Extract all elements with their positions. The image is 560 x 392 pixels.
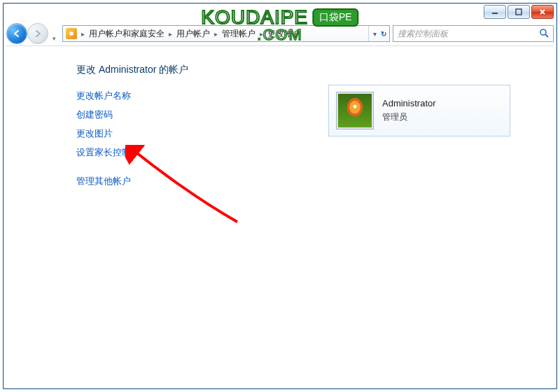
task-change-picture[interactable]: 更改图片 bbox=[76, 128, 258, 140]
toolbar-divider bbox=[6, 46, 554, 46]
task-link-list: 更改帐户名称 创建密码 更改图片 设置家长控制 管理其他帐户 bbox=[76, 90, 258, 188]
avatar-image bbox=[338, 94, 372, 127]
maximize-button[interactable] bbox=[507, 5, 530, 19]
back-button[interactable] bbox=[6, 23, 27, 44]
minimize-button[interactable] bbox=[484, 5, 506, 19]
task-change-name[interactable]: 更改帐户名称 bbox=[76, 90, 258, 102]
address-bar[interactable]: ▸ 用户帐户和家庭安全 ▸ 用户帐户 ▸ 管理帐户 ▸ 更改帐户 ▾ ↻ bbox=[62, 25, 390, 42]
svg-rect-0 bbox=[492, 13, 498, 14]
page-title: 更改 Administrator 的帐户 bbox=[76, 64, 528, 76]
control-panel-icon bbox=[66, 28, 77, 39]
breadcrumb-item[interactable]: 用户帐户和家庭安全 bbox=[89, 28, 164, 40]
account-name: Administrator bbox=[382, 98, 436, 108]
search-icon[interactable] bbox=[539, 28, 549, 40]
task-create-password[interactable]: 创建密码 bbox=[76, 109, 258, 121]
task-manage-other-accounts[interactable]: 管理其他帐户 bbox=[76, 176, 258, 188]
svg-point-2 bbox=[69, 31, 74, 36]
breadcrumb-sep-icon: ▸ bbox=[214, 30, 218, 38]
nav-bar: ▾ ▸ 用户帐户和家庭安全 ▸ 用户帐户 ▸ 管理帐户 ▸ 更改帐户 ▾ ↻ 搜… bbox=[6, 23, 554, 44]
svg-point-3 bbox=[540, 29, 546, 35]
content-area: 更改 Administrator 的帐户 更改帐户名称 创建密码 更改图片 设置… bbox=[6, 47, 554, 386]
svg-rect-1 bbox=[516, 9, 522, 15]
search-placeholder: 搜索控制面板 bbox=[398, 28, 448, 40]
breadcrumb-sep-icon: ▸ bbox=[81, 30, 85, 38]
breadcrumb-item[interactable]: 用户帐户 bbox=[176, 28, 210, 40]
window-frame: ▾ ▸ 用户帐户和家庭安全 ▸ 用户帐户 ▸ 管理帐户 ▸ 更改帐户 ▾ ↻ 搜… bbox=[3, 3, 557, 389]
forward-button[interactable] bbox=[27, 23, 48, 44]
account-role: 管理员 bbox=[382, 111, 436, 123]
nav-history-dropdown[interactable]: ▾ bbox=[48, 23, 59, 44]
account-card[interactable]: Administrator 管理员 bbox=[328, 85, 510, 136]
svg-line-4 bbox=[545, 34, 548, 37]
search-input[interactable]: 搜索控制面板 bbox=[393, 25, 554, 42]
window-controls bbox=[484, 5, 554, 19]
breadcrumb-item[interactable]: 管理帐户 bbox=[222, 28, 255, 40]
address-dropdown-icon[interactable]: ▾ bbox=[373, 30, 377, 38]
breadcrumb-item[interactable]: 更改帐户 bbox=[267, 28, 301, 40]
close-button[interactable] bbox=[531, 5, 554, 19]
breadcrumb-sep-icon: ▸ bbox=[260, 30, 263, 38]
breadcrumb-sep-icon: ▸ bbox=[169, 30, 172, 38]
refresh-icon[interactable]: ↻ bbox=[381, 30, 386, 38]
avatar bbox=[336, 92, 374, 130]
task-parental-controls[interactable]: 设置家长控制 bbox=[76, 147, 258, 159]
